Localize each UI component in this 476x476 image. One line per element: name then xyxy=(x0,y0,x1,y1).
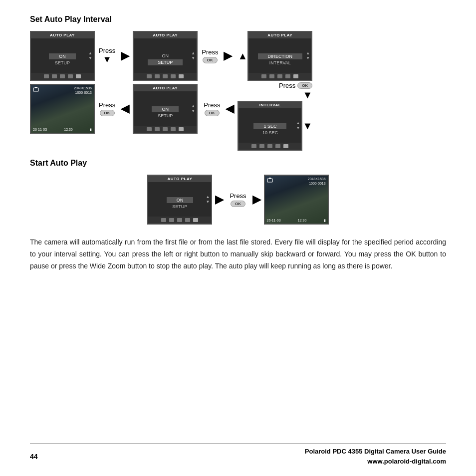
icon-print2 xyxy=(171,74,176,78)
svg-rect-1 xyxy=(35,87,37,88)
arrow-right-s2: ▶ xyxy=(252,193,261,206)
bottom-bar-s1 xyxy=(148,217,211,224)
icon-print4 xyxy=(171,127,176,131)
svg-rect-0 xyxy=(33,88,38,91)
svg-rect-3 xyxy=(269,178,271,179)
icon-play xyxy=(76,74,81,78)
arrow-left-2: ◀ xyxy=(226,102,234,115)
autoplay1-item1: ON xyxy=(49,53,76,59)
autoplay5-item1: ON xyxy=(167,197,194,203)
autoplay4-item2: SETUP xyxy=(158,113,173,118)
photo-top-left-1 xyxy=(33,86,39,93)
autoplay3-menu: DIRECTION INTERVAL xyxy=(258,53,303,65)
autoplay-screen-1: AUTO PLAY ON SETUP ▲▼ xyxy=(30,31,95,81)
interval-menu: 1 SEC 10 SEC xyxy=(253,123,286,135)
battery-icon-2: ▮ xyxy=(324,219,326,223)
autoplay3-title: AUTO PLAY xyxy=(248,32,311,38)
icon-img3 xyxy=(269,74,274,78)
top-row: AUTO PLAY ON SETUP ▲▼ xyxy=(30,31,236,81)
bottom-row: 2048X1536 1000-0013 26-11-03 12:30 ▮ Pre… xyxy=(30,84,236,134)
arrow-right-s1: ▶ xyxy=(215,193,224,206)
icon-lock3 xyxy=(261,74,266,78)
screen5-row: INTERVAL 1 SEC 10 SEC ▲▼ xyxy=(238,101,312,151)
press-text-s1: Press xyxy=(230,192,246,200)
autoplay5-menu: ON SETUP xyxy=(167,197,194,209)
icon-img xyxy=(52,74,57,78)
scroll-arrows-s1: ▲▼ xyxy=(206,195,210,204)
arrow-left-1: ◀ xyxy=(121,102,129,115)
autoplay2-item1: ON xyxy=(162,53,169,58)
photo-res-2: 2048X1536 xyxy=(308,177,326,181)
autoplay1-menu: ON SETUP xyxy=(49,53,76,65)
icon-dl2 xyxy=(163,74,168,78)
scroll-arrows-3: ▲▼ xyxy=(306,51,310,60)
page: Set Auto Play Interval AUTO PLAY ON SETU… xyxy=(0,0,476,476)
photo-res-1: 2048X1536 xyxy=(74,86,92,90)
footer: 44 Polaroid PDC 4355 Digital Camera User… xyxy=(30,443,446,466)
down-arrow-1: ▼ xyxy=(103,54,112,65)
interval-title: INTERVAL xyxy=(238,102,301,108)
autoplay-screen-4: AUTO PLAY ON SETUP ▲▼ xyxy=(133,84,198,134)
bottom-bar-1 xyxy=(31,73,94,80)
svg-rect-2 xyxy=(267,179,272,182)
press-text-4: Press xyxy=(204,101,220,109)
photo-overlay-bottom-1: 26-11-03 12:30 ▮ xyxy=(33,128,92,132)
autoplay5-title: AUTO PLAY xyxy=(148,176,211,182)
press-label-3: Press OK xyxy=(99,101,115,116)
icon-dl5 xyxy=(267,144,272,148)
icon-img5 xyxy=(259,144,264,148)
autoplay-screen-2: AUTO PLAY ON SETUP ▲▼ xyxy=(133,31,198,81)
icon-lock-s1 xyxy=(161,218,166,222)
scroll-arrows-4: ▲▼ xyxy=(191,104,195,113)
autoplay-screen-3: AUTO PLAY DIRECTION INTERVAL ▲▼ xyxy=(247,31,312,81)
interval-item2: 10 SEC xyxy=(262,130,278,135)
arrow-up-3: ▲ xyxy=(238,50,247,62)
press-text-2: Press xyxy=(202,48,218,56)
ok-btn-2: OK xyxy=(203,57,218,63)
right-col: ▲ AUTO PLAY DIRECTION INTERVAL ▲▼ xyxy=(238,31,312,151)
icon-img4 xyxy=(155,127,160,131)
autoplay1-item2: SETUP xyxy=(55,60,70,65)
icon-play5 xyxy=(283,144,288,148)
press-ok-row: Press OK xyxy=(279,82,312,89)
press-text-5: Press xyxy=(279,82,295,89)
icon-print5 xyxy=(275,144,280,148)
icon-lock xyxy=(44,74,49,78)
photo-time-2: 12:30 xyxy=(298,219,307,223)
photo-overlay-top-1: 2048X1536 1000-0013 xyxy=(74,86,92,95)
icon-img2 xyxy=(155,74,160,78)
footer-title-line1: Polaroid PDC 4355 Digital Camera User Gu… xyxy=(305,447,446,457)
description-text: The camera will automatically run from t… xyxy=(30,237,446,272)
set-autoplay-diagram: AUTO PLAY ON SETUP ▲▼ xyxy=(30,31,446,151)
icon-img-s1 xyxy=(169,218,174,222)
photo-top-left-2 xyxy=(267,177,273,184)
start-autoplay-diagram: AUTO PLAY ON SETUP ▲▼ ▶ Press OK ▶ xyxy=(30,175,446,225)
autoplay5-item2: SETUP xyxy=(172,204,187,209)
footer-title-line2: www.polaroid-digital.com xyxy=(305,457,446,467)
photo-date-1: 26-11-03 xyxy=(33,128,47,132)
arrow-right-1: ▶ xyxy=(121,49,129,62)
icon-print-s1 xyxy=(185,218,190,222)
press-label-1: Press ▼ xyxy=(99,47,115,65)
bottom-bar-4 xyxy=(134,126,197,133)
autoplay3-item2: INTERVAL xyxy=(269,60,291,65)
down-arrow-5: ▼ xyxy=(302,89,312,100)
ok-btn-3: OK xyxy=(100,110,115,116)
arrow-down-r: ▼ xyxy=(302,120,312,132)
press-down-ok: Press OK ▼ xyxy=(238,82,312,101)
interval-screen: INTERVAL 1 SEC 10 SEC ▲▼ xyxy=(238,101,302,151)
press-label-2: Press OK xyxy=(202,48,218,63)
interval-item1: 1 SEC xyxy=(253,123,286,129)
autoplay2-menu: ON SETUP xyxy=(148,53,183,65)
left-diagram-block: AUTO PLAY ON SETUP ▲▼ xyxy=(30,31,236,134)
icon-lock5 xyxy=(251,144,256,148)
arrow-right-2: ▶ xyxy=(224,49,232,62)
photo-date-2: 26-11-03 xyxy=(267,219,281,223)
footer-title: Polaroid PDC 4355 Digital Camera User Gu… xyxy=(305,447,446,466)
press-text-1: Press xyxy=(99,47,115,54)
photo-screen-1: 2048X1536 1000-0013 26-11-03 12:30 ▮ xyxy=(30,84,95,134)
press-text-3: Press xyxy=(99,101,115,109)
ok-btn-s1: OK xyxy=(231,201,245,207)
icon-play2 xyxy=(179,74,184,78)
photo-file-2: 1000-0013 xyxy=(308,181,326,186)
